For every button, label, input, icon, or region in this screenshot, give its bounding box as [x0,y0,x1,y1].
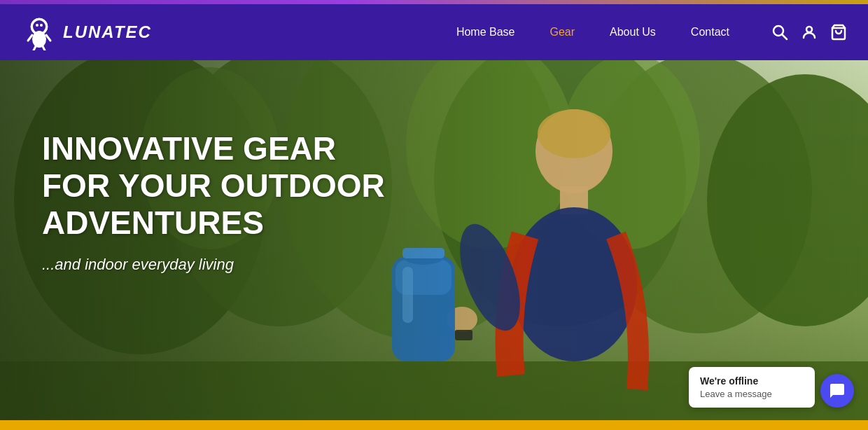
svg-line-7 [34,46,36,50]
nav-item-gear[interactable]: Gear [550,26,575,39]
svg-point-11 [806,27,812,32]
svg-line-5 [28,35,32,41]
account-icon [801,24,818,41]
cart-icon [830,24,847,41]
chat-status: We're offline [700,375,804,387]
svg-line-10 [782,34,787,39]
nav-link-gear[interactable]: Gear [550,26,575,38]
search-button[interactable] [771,24,788,41]
nav-link-home-base[interactable]: Home Base [456,26,515,38]
chat-action: Leave a message [700,389,804,399]
chat-bubble[interactable]: We're offline Leave a message [689,367,815,408]
nav-item-contact[interactable]: Contact [691,26,729,39]
bottom-gold-bar [0,420,868,430]
hero-subtext: ...and indoor everyday living [42,256,406,274]
hero-headline: INNOVATIVE GEAR FOR YOUR OUTDOOR ADVENTU… [42,130,406,242]
chat-widget: We're offline Leave a message [689,367,854,408]
logo-text: LUNATEC [63,22,152,42]
nav-icons [771,24,847,41]
hero-content: INNOVATIVE GEAR FOR YOUR OUTDOOR ADVENTU… [42,130,406,274]
svg-point-4 [32,31,46,48]
nav-link-about-us[interactable]: About Us [610,26,656,38]
nav-links: Home Base Gear About Us Contact [456,26,729,39]
logo-area[interactable]: LUNATEC [21,14,152,50]
navbar: LUNATEC Home Base Gear About Us Contact [0,4,868,60]
nav-item-about-us[interactable]: About Us [610,26,656,39]
svg-line-8 [43,46,45,50]
svg-point-2 [36,24,38,27]
search-icon [771,24,788,41]
chat-icon [829,382,846,399]
cart-button[interactable] [830,24,847,41]
nav-link-contact[interactable]: Contact [691,26,729,38]
svg-point-3 [40,24,43,27]
nav-item-home-base[interactable]: Home Base [456,26,515,39]
account-button[interactable] [801,24,818,41]
chat-open-button[interactable] [820,374,854,408]
svg-line-6 [46,35,50,41]
hero-section: INNOVATIVE GEAR FOR YOUR OUTDOOR ADVENTU… [0,60,868,430]
logo-icon [21,14,57,50]
